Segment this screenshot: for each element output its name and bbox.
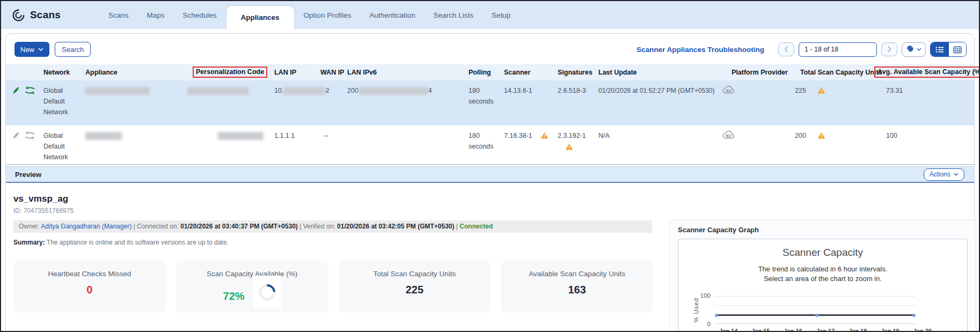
annotation-box-avg-capacity: Avg. Available Scan Capacity (%) (874, 67, 980, 78)
tab-schedules[interactable]: Schedules (174, 1, 226, 29)
loading-spinner (253, 276, 281, 309)
owner-label: Owner: (19, 223, 40, 230)
lan-ipv6-cell (346, 130, 467, 163)
table-divider (6, 164, 974, 165)
x-axis-labels: Jan 14 Jan 15 Jan 16 Jan 17 Jan 18 Jan 1… (719, 328, 932, 332)
cloud-provider-icon (721, 130, 794, 163)
stat-card-heartbeat: Heartbeat Checks Missed 0 (13, 261, 166, 313)
gridline (715, 305, 916, 306)
chevron-left-icon (784, 46, 788, 53)
data-point-marker (815, 314, 818, 317)
preview-header: Preview Actions (6, 166, 974, 183)
stat-card-total-units: Total Scan Capacity Units 225 (339, 261, 491, 313)
stat-label: Scan Capacity Available (%) (207, 270, 297, 278)
stat-card-available-units: Available Scan Capacity Units 163 (501, 261, 653, 313)
lan-ip-cell: 1.1.1.1 (273, 130, 319, 163)
signatures-cell: 2.3.192-1 (558, 132, 586, 139)
header-signatures[interactable]: Signatures (557, 69, 597, 76)
stat-value: 72% (223, 290, 245, 303)
last-update-cell: N/A (597, 130, 721, 163)
actions-button[interactable]: Actions (924, 168, 964, 181)
search-button-label: Search (62, 46, 84, 54)
lan-ipv6-suffix: 4 (428, 87, 432, 94)
last-update-cell: 01/20/2026 at 01:52:27 PM (GMT+0530) (597, 85, 721, 126)
polling-cell: 180 seconds (469, 130, 496, 152)
toolbar-right: Scanner Appliances Troubleshooting 1 - 1… (637, 42, 967, 57)
table-row-2[interactable]: Global Default Network 1.1.1.1 -- 180 se… (6, 126, 974, 163)
stat-value: 225 (406, 284, 423, 296)
header-lan-ipv6[interactable]: LAN IPv6 (346, 69, 467, 76)
summary-line: Summary: The appliance is online and its… (13, 239, 654, 246)
tab-scans[interactable]: Scans (99, 1, 138, 29)
app-logo-icon (12, 9, 25, 22)
x-tick: Jan 20 (913, 328, 932, 332)
actions-button-label: Actions (930, 171, 950, 178)
warning-icon (540, 132, 548, 139)
search-button[interactable]: Search (55, 42, 91, 57)
header-avg-available-capacity[interactable]: Avg. Available Scan Capacity (%)↑ (873, 67, 980, 78)
graph-heading: Scanner Capacity Graph (678, 226, 968, 234)
tab-appliances[interactable]: Appliances (226, 5, 295, 29)
header-personalization-code[interactable]: Personalization Code (192, 67, 273, 78)
app-title: Scans (30, 9, 61, 21)
grid-view-button[interactable] (948, 42, 966, 56)
chevron-right-icon (887, 46, 891, 53)
new-button[interactable]: New (14, 42, 49, 57)
capacity-chart[interactable]: Scanner Capacity The trend is calculated… (678, 239, 968, 332)
header-last-update[interactable]: Last Update (597, 69, 721, 76)
next-page-button[interactable] (881, 42, 897, 56)
tab-search-lists[interactable]: Search Lists (425, 1, 482, 29)
sync-icon (20, 130, 42, 163)
settings-button[interactable] (902, 42, 926, 57)
avg-available-cell: 73.31 (873, 85, 974, 126)
header-lan-ip[interactable]: LAN IP (273, 69, 319, 76)
x-tick: Jan 19 (881, 328, 899, 332)
chart-subtitle-line2: Select an area of the chart to zoom in. (678, 274, 967, 284)
troubleshooting-link[interactable]: Scanner Appliances Troubleshooting (637, 46, 764, 54)
table-row-1[interactable]: Global Default Network 10.2 -- 2004 180 … (6, 80, 974, 126)
tab-authentication[interactable]: Authentication (360, 1, 425, 29)
scanner-cell: 14.13.6-1 (503, 85, 557, 126)
caret-down-icon (917, 48, 922, 51)
status-badge: Connected (459, 223, 493, 230)
content-container: New Search Scanner Appliances Troublesho… (5, 33, 975, 332)
header-appliance[interactable]: Appliance (84, 69, 192, 76)
lan-ip-suffix: 2 (325, 87, 329, 94)
chart-plot-area[interactable]: 100 0 % Used Jan 14 Jan 15 Jan 16 Jan 17… (715, 296, 916, 324)
tab-maps[interactable]: Maps (138, 1, 174, 29)
stat-cards: Heartbeat Checks Missed 0 Scan Capacity … (13, 261, 653, 313)
gear-icon (906, 45, 915, 54)
header-wan-ip[interactable]: WAN IP (319, 69, 346, 76)
owner-link[interactable]: Aditya Gangadharan (Manager) (41, 223, 131, 230)
separator: | (133, 223, 135, 230)
header-network[interactable]: Network (42, 69, 84, 76)
signatures-cell: 2.6.518-3 (557, 85, 597, 126)
header-scanner[interactable]: Scanner (503, 69, 557, 76)
quill-icon (6, 130, 20, 163)
wan-ip-cell: -- (319, 130, 346, 163)
capacity-trend-line (716, 314, 915, 316)
connected-on-value: 01/20/2026 at 03:40:37 PM (GMT+0530) (180, 223, 297, 230)
chart-subtitle-line1: The trend is calculated in 6 hour interv… (678, 264, 967, 274)
redacted-appliance-name (85, 132, 122, 140)
annotation-box-personalization: Personalization Code (193, 67, 267, 78)
header-polling[interactable]: Polling (467, 69, 503, 76)
header-platform-provider[interactable]: Platform Provider (721, 69, 794, 76)
list-view-button[interactable] (931, 42, 948, 56)
view-toggle (930, 42, 967, 57)
redacted-lan-ipv6 (359, 87, 428, 95)
preview-title: Preview (15, 171, 41, 179)
caret-down-icon (954, 173, 959, 176)
stat-label: Total Scan Capacity Units (373, 270, 456, 278)
stat-label: Available Scan Capacity Units (529, 270, 625, 278)
prev-page-button[interactable] (778, 42, 794, 56)
tab-setup[interactable]: Setup (482, 1, 520, 29)
x-tick: Jan 18 (849, 328, 867, 332)
pagination-display[interactable]: 1 - 18 of 18 (799, 42, 877, 57)
stat-value: 0 (86, 284, 92, 296)
appliance-id: ID: 70473551766975 (13, 207, 654, 215)
tab-option-profiles[interactable]: Option Profiles (295, 1, 361, 29)
warning-icon (817, 87, 825, 94)
network-cell: Global Default Network (43, 130, 74, 163)
header-total-capacity[interactable]: Total Scan Capacity Units (794, 69, 873, 76)
